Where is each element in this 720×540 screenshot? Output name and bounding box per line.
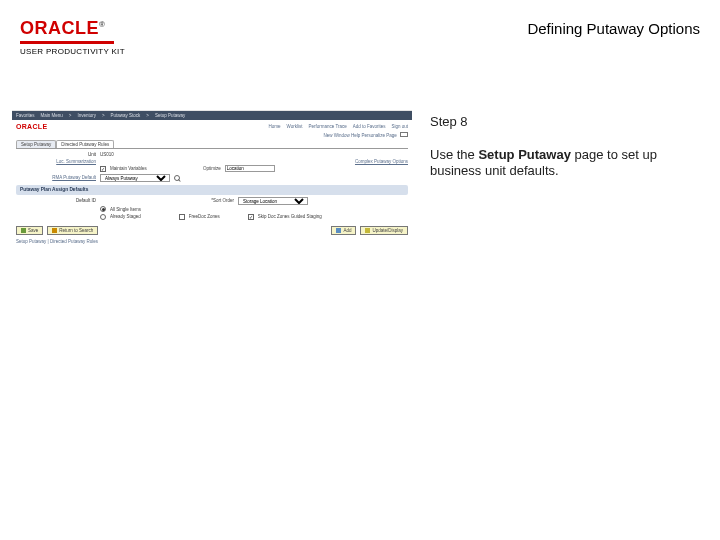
add-icon [336,228,341,233]
breadcrumb[interactable]: Inventory [77,113,96,118]
optimize-label: Optimize [151,166,221,171]
window-action-links[interactable]: New Window Help Personalize Page [323,133,396,138]
complex-options-link[interactable]: Complex Putaway Options [355,159,408,164]
already-staged-radio[interactable] [100,214,106,220]
add-button[interactable]: Add [331,226,356,235]
tab-setup-putaway[interactable]: Setup Putaway [16,140,56,148]
return-button[interactable]: Return to Search [47,226,98,235]
skipdoc-label: Skip Doc Zones Guided Staging [258,214,322,219]
instruction-panel: Step 8 Use the Setup Putaway page to set… [430,110,708,290]
instruction-text-bold: Setup Putaway [478,147,570,162]
app-screenshot-thumbnail: Favorites Main Menu> Inventory> Putaway … [12,110,412,290]
brand-logo: ORACLE® USER PRODUCTIVITY KIT [20,18,125,56]
all-single-radio[interactable] [100,206,106,212]
update-icon [365,228,370,233]
breadcrumb[interactable]: Favorites [16,113,35,118]
top-link[interactable]: Performance Trace [308,124,346,129]
maintain-vars-label: Maintain Variables [110,166,147,171]
save-button[interactable]: Save [16,226,43,235]
brand-underline [20,41,114,44]
default-id-label: Default ID [16,198,96,203]
return-button-label: Return to Search [59,228,93,233]
top-link[interactable]: Worklist [287,124,303,129]
instruction-text: Use the Setup Putaway page to set up bus… [430,147,708,180]
update-button-label: Update/Display [372,228,403,233]
top-link[interactable]: Add to Favorites [353,124,386,129]
save-button-label: Save [28,228,38,233]
breadcrumb-bar: Favorites Main Menu> Inventory> Putaway … [12,111,412,120]
unit-value: US010 [100,152,114,157]
page-title: Defining Putaway Options [527,20,700,37]
sort-order-select[interactable]: Storage Location [238,197,308,205]
skipdoc-checkbox[interactable] [248,214,254,220]
rma-default-select[interactable]: Always Putaway [100,174,170,182]
sort-order-label: *Sort Order [164,198,234,203]
breadcrumb[interactable]: Putaway Stock [111,113,141,118]
update-button[interactable]: Update/Display [360,226,408,235]
footer-links[interactable]: Setup Putaway | Directed Putaway Rules [12,237,412,246]
freedoc-label: FreeDoc Zones [189,214,220,219]
breadcrumb[interactable]: Setup Putaway [155,113,185,118]
window-actions: New Window Help Personalize Page [12,132,412,138]
save-icon [21,228,26,233]
breadcrumb[interactable]: Main Menu [41,113,63,118]
trademark: ® [99,20,105,29]
all-single-label: All Single Items [110,207,141,212]
step-label: Step 8 [430,114,708,129]
brand-tagline: USER PRODUCTIVITY KIT [20,47,125,56]
optimize-input[interactable] [225,165,275,172]
loc-summ-link[interactable]: Loc. Summarization [16,159,96,164]
already-staged-label: Already Staged [110,214,141,219]
unit-label: Unit [16,152,96,157]
app-logo: ORACLE [16,123,47,130]
brand-text: ORACLE [20,18,99,38]
lookup-icon[interactable] [174,175,180,181]
instruction-text-part: Use the [430,147,478,162]
window-action-icon[interactable] [400,132,408,137]
add-button-label: Add [343,228,351,233]
freedoc-checkbox[interactable] [179,214,185,220]
tab-directed-rules[interactable]: Directed Putaway Rules [56,140,114,148]
section-band-title: Putaway Plan Assign Defaults [20,187,88,192]
maintain-vars-checkbox[interactable] [100,166,106,172]
top-link[interactable]: Sign out [391,124,408,129]
rma-default-link[interactable]: RMA Putaway Default [16,175,96,180]
top-link[interactable]: Home [269,124,281,129]
return-icon [52,228,57,233]
section-band: Putaway Plan Assign Defaults [16,185,408,195]
